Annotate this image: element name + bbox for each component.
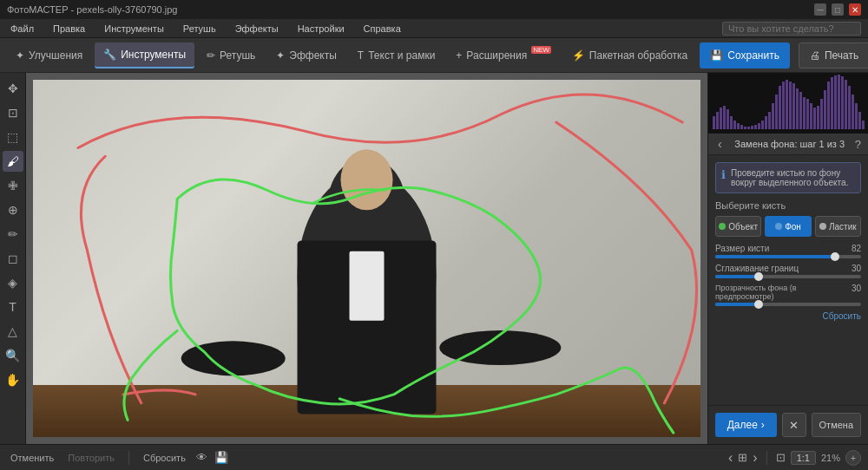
print-icon: 🖨: [810, 49, 820, 62]
menubar: Файл Правка Инструменты Ретушь Эффекты Н…: [0, 19, 868, 38]
menu-instruments[interactable]: Инструменты: [101, 22, 168, 36]
svg-rect-41: [827, 82, 830, 129]
improvements-icon: ✦: [16, 49, 24, 62]
next-arrow-icon: ›: [761, 419, 765, 431]
close-btn[interactable]: ✕: [849, 3, 861, 16]
brush-eraser-btn[interactable]: Ластик: [815, 216, 861, 237]
svg-rect-9: [716, 112, 719, 129]
zoom-frame-icon[interactable]: ⊡: [776, 451, 786, 464]
svg-rect-35: [806, 99, 809, 129]
tab-instruments[interactable]: 🔧 Инструменты: [95, 42, 194, 69]
titlebar-controls[interactable]: ─ □ ✕: [814, 3, 861, 16]
zoom-plus-btn[interactable]: +: [845, 450, 861, 466]
effects-icon: ✦: [276, 49, 285, 62]
maximize-btn[interactable]: □: [832, 3, 844, 16]
heal-tool[interactable]: ✙: [3, 175, 23, 196]
next-button[interactable]: Далее ›: [715, 413, 777, 437]
fill-tool[interactable]: ◈: [3, 272, 23, 293]
pencil-tool[interactable]: ✏: [3, 224, 23, 245]
new-badge: NEW: [531, 46, 551, 54]
menu-settings[interactable]: Настройки: [294, 22, 348, 36]
svg-rect-36: [810, 103, 812, 129]
bottombar: Отменить Повторить Сбросить 👁 💾 ‹ ⊞ › ⊡ …: [0, 444, 868, 470]
brush-tool[interactable]: 🖌: [3, 151, 23, 172]
reset-button[interactable]: Сбросить: [140, 451, 189, 465]
tab-extensions[interactable]: + Расширения NEW: [447, 42, 559, 69]
svg-rect-16: [740, 125, 743, 129]
menu-file[interactable]: Файл: [7, 22, 37, 36]
panel-navigation: ‹ Замена фона: шаг 1 из 3 ?: [708, 134, 868, 155]
svg-rect-20: [754, 125, 757, 129]
svg-rect-4: [350, 251, 385, 321]
titlebar: ФотоМАСТЕР - pexels-olly-3760790.jpg ─ □…: [0, 0, 868, 19]
tab-retouch[interactable]: ✏ Ретушь: [198, 42, 264, 69]
panel-actions: Далее › ✕ Отмена: [708, 405, 868, 444]
tab-improvements[interactable]: ✦ Улучшения: [7, 42, 91, 69]
brush-section-label: Выберите кисть: [715, 200, 861, 211]
cancel-x-button[interactable]: ✕: [782, 413, 806, 437]
transparency-label: Прозрачность фона (в предпросмотре): [715, 284, 852, 301]
text-icon: T: [358, 49, 364, 62]
histogram-chart: [708, 73, 868, 134]
type-tool[interactable]: T: [3, 297, 23, 317]
tab-effects[interactable]: ✦ Эффекты: [267, 42, 345, 69]
batch-icon: ⚡: [572, 49, 585, 62]
retouch-icon: ✏: [207, 49, 215, 62]
brush-size-slider[interactable]: [715, 255, 861, 258]
brush-object-btn[interactable]: Объект: [715, 216, 761, 237]
svg-rect-47: [848, 86, 851, 129]
object-dot: [719, 223, 726, 230]
zoom-tool[interactable]: 🔍: [3, 345, 23, 366]
nav-right-btn[interactable]: ›: [753, 450, 757, 466]
clone-tool[interactable]: ⊕: [3, 199, 23, 220]
print-button[interactable]: 🖨 Печать: [799, 42, 868, 69]
transparency-slider[interactable]: [715, 303, 861, 306]
svg-point-5: [181, 341, 286, 375]
undo-button[interactable]: Отменить: [7, 451, 57, 465]
view-icon[interactable]: 👁: [196, 451, 207, 464]
nav-left-btn[interactable]: ‹: [728, 450, 733, 466]
search-input[interactable]: [722, 22, 861, 36]
hand-tool[interactable]: ✋: [3, 369, 23, 390]
svg-rect-34: [803, 97, 806, 129]
cancel-button[interactable]: Отмена: [812, 413, 861, 437]
eraser-tool[interactable]: ◻: [3, 248, 23, 269]
smoothing-slider[interactable]: [715, 275, 861, 278]
svg-rect-50: [858, 112, 861, 129]
save-button[interactable]: 💾 Сохранить: [700, 42, 790, 69]
redo-button[interactable]: Повторить: [64, 451, 118, 465]
shape-tool[interactable]: △: [3, 321, 23, 342]
canvas-area[interactable]: [26, 73, 707, 444]
move-tool[interactable]: ✥: [3, 78, 23, 99]
menu-retouch[interactable]: Ретушь: [180, 22, 220, 36]
svg-rect-21: [758, 123, 760, 129]
menu-help[interactable]: Справка: [360, 22, 404, 36]
brush-background-btn[interactable]: Фон: [765, 216, 811, 237]
panel-title: Замена фона: шаг 1 из 3: [725, 139, 855, 149]
save-draft-icon[interactable]: 💾: [214, 451, 228, 464]
svg-rect-22: [761, 121, 764, 129]
select-tool[interactable]: ⬚: [3, 127, 23, 147]
tab-batch[interactable]: ⚡ Пакетная обработка: [563, 42, 696, 69]
toolbar: ✦ Улучшения 🔧 Инструменты ✏ Ретушь ✦ Эфф…: [0, 38, 868, 73]
crop-tool[interactable]: ⊡: [3, 102, 23, 123]
svg-rect-19: [751, 126, 753, 129]
reset-link[interactable]: Сбросить: [715, 311, 861, 321]
menu-edit[interactable]: Правка: [49, 22, 89, 36]
svg-point-6: [439, 330, 561, 365]
nav-center-btn[interactable]: ⊞: [738, 451, 747, 464]
tab-text[interactable]: T Текст и рамки: [349, 42, 444, 69]
panel-prev-btn[interactable]: ‹: [715, 137, 725, 151]
info-text: Проведите кистью по фону вокруг выделенн…: [731, 168, 855, 187]
bg-dot: [775, 223, 782, 230]
panel-content: ℹ Проведите кистью по фону вокруг выделе…: [708, 155, 868, 405]
titlebar-title: ФотоМАСТЕР - pexels-olly-3760790.jpg: [7, 4, 177, 15]
zoom-ratio[interactable]: 1:1: [791, 451, 816, 465]
separator-2: [766, 451, 767, 465]
minimize-btn[interactable]: ─: [814, 3, 826, 16]
menu-effects[interactable]: Эффекты: [232, 22, 282, 36]
info-icon: ℹ: [721, 168, 726, 181]
panel-help-btn[interactable]: ?: [855, 138, 861, 151]
svg-rect-43: [834, 75, 837, 129]
brush-size-value: 82: [852, 244, 861, 253]
